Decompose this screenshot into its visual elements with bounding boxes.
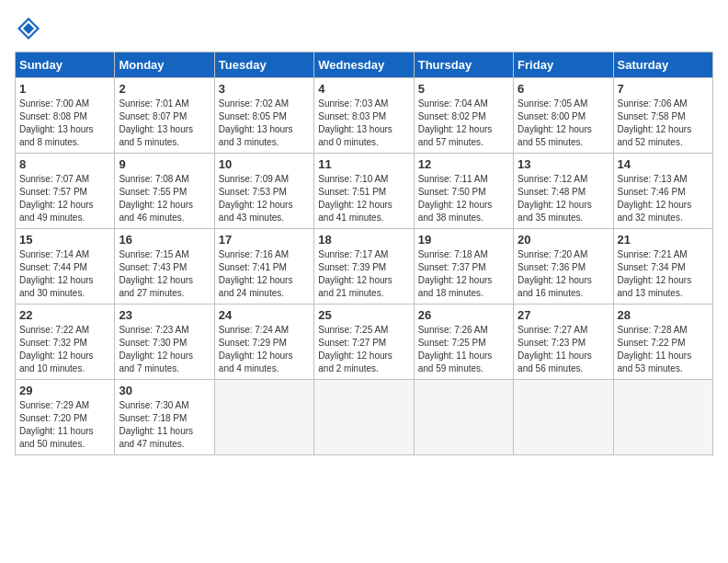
calendar-day-cell: 1Sunrise: 7:00 AMSunset: 8:08 PMDaylight… xyxy=(16,78,115,154)
calendar-header-row: SundayMondayTuesdayWednesdayThursdayFrid… xyxy=(16,52,713,78)
calendar-day-cell: 8Sunrise: 7:07 AMSunset: 7:57 PMDaylight… xyxy=(16,154,115,229)
calendar-week-row: 22Sunrise: 7:22 AMSunset: 7:32 PMDayligh… xyxy=(16,304,713,380)
column-header-monday: Monday xyxy=(115,52,214,78)
calendar-day-cell: 12Sunrise: 7:11 AMSunset: 7:50 PMDayligh… xyxy=(414,154,513,229)
day-info: Sunrise: 7:28 AMSunset: 7:22 PMDaylight:… xyxy=(618,324,709,375)
day-number: 2 xyxy=(119,82,210,96)
day-number: 29 xyxy=(19,384,110,397)
calendar-day-cell: 30Sunrise: 7:30 AMSunset: 7:18 PMDayligh… xyxy=(115,380,214,455)
day-info: Sunrise: 7:01 AMSunset: 8:07 PMDaylight:… xyxy=(119,98,210,149)
day-info: Sunrise: 7:23 AMSunset: 7:30 PMDaylight:… xyxy=(119,324,210,375)
calendar-day-cell xyxy=(314,380,414,455)
calendar-day-cell: 3Sunrise: 7:02 AMSunset: 8:05 PMDaylight… xyxy=(214,78,313,154)
column-header-sunday: Sunday xyxy=(16,52,115,78)
calendar-day-cell: 29Sunrise: 7:29 AMSunset: 7:20 PMDayligh… xyxy=(16,380,115,455)
header xyxy=(15,15,713,42)
day-number: 10 xyxy=(219,157,310,171)
column-header-friday: Friday xyxy=(514,52,613,78)
day-info: Sunrise: 7:04 AMSunset: 8:02 PMDaylight:… xyxy=(418,98,509,149)
day-number: 28 xyxy=(618,308,709,322)
day-number: 8 xyxy=(19,157,110,171)
calendar-day-cell: 14Sunrise: 7:13 AMSunset: 7:46 PMDayligh… xyxy=(613,154,712,229)
day-info: Sunrise: 7:00 AMSunset: 8:08 PMDaylight:… xyxy=(19,98,110,149)
calendar-day-cell: 23Sunrise: 7:23 AMSunset: 7:30 PMDayligh… xyxy=(115,304,214,380)
day-info: Sunrise: 7:08 AMSunset: 7:55 PMDaylight:… xyxy=(119,173,210,224)
column-header-thursday: Thursday xyxy=(414,52,513,78)
calendar-day-cell: 28Sunrise: 7:28 AMSunset: 7:22 PMDayligh… xyxy=(613,304,712,380)
column-header-tuesday: Tuesday xyxy=(214,52,313,78)
calendar-day-cell xyxy=(514,380,613,455)
day-info: Sunrise: 7:27 AMSunset: 7:23 PMDaylight:… xyxy=(518,324,609,375)
day-number: 22 xyxy=(19,308,110,322)
calendar-week-row: 15Sunrise: 7:14 AMSunset: 7:44 PMDayligh… xyxy=(16,229,713,304)
day-number: 12 xyxy=(418,157,509,171)
calendar-day-cell: 13Sunrise: 7:12 AMSunset: 7:48 PMDayligh… xyxy=(514,154,613,229)
day-number: 27 xyxy=(518,308,609,322)
day-info: Sunrise: 7:21 AMSunset: 7:34 PMDaylight:… xyxy=(618,248,709,300)
day-info: Sunrise: 7:09 AMSunset: 7:53 PMDaylight:… xyxy=(219,173,310,224)
calendar-day-cell: 24Sunrise: 7:24 AMSunset: 7:29 PMDayligh… xyxy=(214,304,313,380)
calendar-day-cell: 5Sunrise: 7:04 AMSunset: 8:02 PMDaylight… xyxy=(414,78,513,154)
day-number: 19 xyxy=(418,233,509,247)
calendar-week-row: 8Sunrise: 7:07 AMSunset: 7:57 PMDaylight… xyxy=(16,154,713,229)
calendar-week-row: 1Sunrise: 7:00 AMSunset: 8:08 PMDaylight… xyxy=(16,78,713,154)
calendar-day-cell: 26Sunrise: 7:26 AMSunset: 7:25 PMDayligh… xyxy=(414,304,513,380)
calendar-day-cell xyxy=(214,380,313,455)
calendar-body: 1Sunrise: 7:00 AMSunset: 8:08 PMDaylight… xyxy=(16,78,713,455)
day-info: Sunrise: 7:10 AMSunset: 7:51 PMDaylight:… xyxy=(318,173,409,224)
day-number: 14 xyxy=(618,157,709,171)
calendar-day-cell: 21Sunrise: 7:21 AMSunset: 7:34 PMDayligh… xyxy=(613,229,712,304)
day-number: 1 xyxy=(19,82,110,96)
calendar-day-cell: 7Sunrise: 7:06 AMSunset: 7:58 PMDaylight… xyxy=(613,78,712,154)
day-number: 20 xyxy=(518,233,609,247)
day-info: Sunrise: 7:15 AMSunset: 7:43 PMDaylight:… xyxy=(119,248,210,300)
day-number: 13 xyxy=(518,157,609,171)
day-info: Sunrise: 7:18 AMSunset: 7:37 PMDaylight:… xyxy=(418,248,509,300)
day-number: 7 xyxy=(618,82,709,96)
day-info: Sunrise: 7:07 AMSunset: 7:57 PMDaylight:… xyxy=(19,173,110,224)
day-info: Sunrise: 7:14 AMSunset: 7:44 PMDaylight:… xyxy=(19,248,110,300)
day-info: Sunrise: 7:03 AMSunset: 8:03 PMDaylight:… xyxy=(318,98,409,149)
day-info: Sunrise: 7:25 AMSunset: 7:27 PMDaylight:… xyxy=(318,324,409,375)
logo-icon xyxy=(15,15,42,42)
day-info: Sunrise: 7:06 AMSunset: 7:58 PMDaylight:… xyxy=(618,98,709,149)
column-header-wednesday: Wednesday xyxy=(314,52,414,78)
calendar-day-cell: 22Sunrise: 7:22 AMSunset: 7:32 PMDayligh… xyxy=(16,304,115,380)
calendar-day-cell: 10Sunrise: 7:09 AMSunset: 7:53 PMDayligh… xyxy=(214,154,313,229)
day-number: 21 xyxy=(618,233,709,247)
calendar-day-cell: 4Sunrise: 7:03 AMSunset: 8:03 PMDaylight… xyxy=(314,78,414,154)
day-number: 25 xyxy=(318,308,409,322)
calendar-day-cell: 9Sunrise: 7:08 AMSunset: 7:55 PMDaylight… xyxy=(115,154,214,229)
day-number: 9 xyxy=(119,157,210,171)
column-header-saturday: Saturday xyxy=(613,52,712,78)
day-info: Sunrise: 7:30 AMSunset: 7:18 PMDaylight:… xyxy=(119,399,210,451)
calendar-day-cell: 6Sunrise: 7:05 AMSunset: 8:00 PMDaylight… xyxy=(514,78,613,154)
day-number: 17 xyxy=(219,233,310,247)
calendar-day-cell: 25Sunrise: 7:25 AMSunset: 7:27 PMDayligh… xyxy=(314,304,414,380)
day-info: Sunrise: 7:05 AMSunset: 8:00 PMDaylight:… xyxy=(518,98,609,149)
day-info: Sunrise: 7:20 AMSunset: 7:36 PMDaylight:… xyxy=(518,248,609,300)
day-number: 6 xyxy=(518,82,609,96)
calendar-table: SundayMondayTuesdayWednesdayThursdayFrid… xyxy=(15,52,713,455)
day-info: Sunrise: 7:29 AMSunset: 7:20 PMDaylight:… xyxy=(19,399,110,451)
day-number: 3 xyxy=(219,82,310,96)
day-info: Sunrise: 7:02 AMSunset: 8:05 PMDaylight:… xyxy=(219,98,310,149)
calendar-day-cell: 20Sunrise: 7:20 AMSunset: 7:36 PMDayligh… xyxy=(514,229,613,304)
calendar-day-cell: 27Sunrise: 7:27 AMSunset: 7:23 PMDayligh… xyxy=(514,304,613,380)
day-info: Sunrise: 7:26 AMSunset: 7:25 PMDaylight:… xyxy=(418,324,509,375)
calendar-day-cell: 16Sunrise: 7:15 AMSunset: 7:43 PMDayligh… xyxy=(115,229,214,304)
day-number: 30 xyxy=(119,384,210,397)
day-number: 4 xyxy=(318,82,409,96)
day-info: Sunrise: 7:16 AMSunset: 7:41 PMDaylight:… xyxy=(219,248,310,300)
day-info: Sunrise: 7:12 AMSunset: 7:48 PMDaylight:… xyxy=(518,173,609,224)
day-number: 26 xyxy=(418,308,509,322)
day-number: 16 xyxy=(119,233,210,247)
calendar-week-row: 29Sunrise: 7:29 AMSunset: 7:20 PMDayligh… xyxy=(16,380,713,455)
day-info: Sunrise: 7:11 AMSunset: 7:50 PMDaylight:… xyxy=(418,173,509,224)
day-info: Sunrise: 7:13 AMSunset: 7:46 PMDaylight:… xyxy=(618,173,709,224)
calendar-day-cell: 11Sunrise: 7:10 AMSunset: 7:51 PMDayligh… xyxy=(314,154,414,229)
calendar-day-cell: 17Sunrise: 7:16 AMSunset: 7:41 PMDayligh… xyxy=(214,229,313,304)
day-info: Sunrise: 7:17 AMSunset: 7:39 PMDaylight:… xyxy=(318,248,409,300)
day-number: 11 xyxy=(318,157,409,171)
day-number: 5 xyxy=(418,82,509,96)
